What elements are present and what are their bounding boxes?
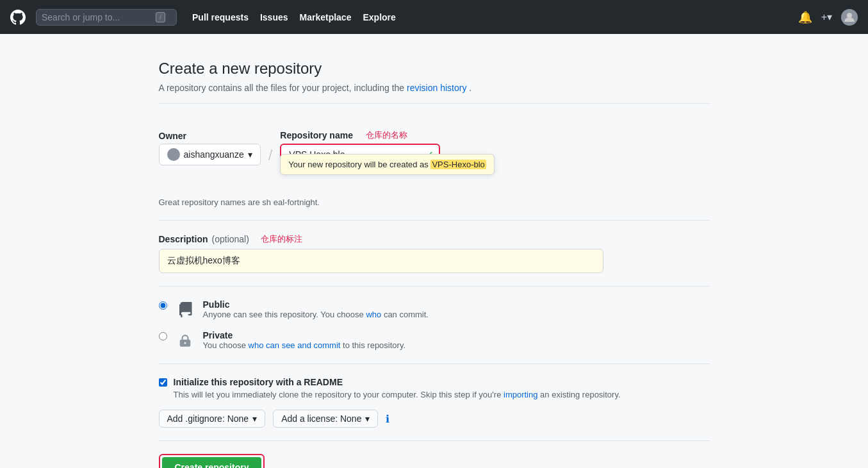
repo-name-annotation: 仓库的名称 bbox=[366, 130, 407, 141]
gitignore-chevron-icon: ▾ bbox=[252, 414, 257, 424]
select-row: Add .gitignore: None ▾ Add a license: No… bbox=[159, 410, 710, 428]
github-logo-icon[interactable] bbox=[10, 10, 26, 25]
navbar-links: Pull requests Issues Marketplace Explore bbox=[192, 12, 396, 22]
form-section: Owner aishangxuanze ▾ / Repository name … bbox=[159, 119, 710, 468]
repo-name-helper: Great repository names are sh eal-fortni… bbox=[159, 197, 710, 207]
description-optional: (optional) bbox=[212, 234, 249, 244]
create-repository-button[interactable]: Create repository bbox=[162, 457, 262, 468]
main-content: Create a new repository A repository con… bbox=[146, 60, 723, 468]
readme-label[interactable]: Initialize this repository with a README bbox=[174, 377, 343, 387]
repo-name-group: Repository name 仓库的名称 ✓ Your new reposit… bbox=[280, 130, 440, 165]
readme-importing-link[interactable]: importing bbox=[504, 390, 537, 399]
public-desc: Anyone can see this repository. You choo… bbox=[203, 310, 429, 319]
svg-point-0 bbox=[847, 13, 852, 18]
page-title: Create a new repository bbox=[159, 60, 710, 78]
repo-name-label: Repository name bbox=[280, 130, 353, 140]
nav-marketplace[interactable]: Marketplace bbox=[300, 12, 352, 22]
owner-select[interactable]: aishangxuanze ▾ bbox=[159, 144, 261, 165]
create-section: Create repository bbox=[159, 440, 710, 468]
visibility-group: Public Anyone can see this repository. Y… bbox=[159, 299, 710, 351]
readme-checkbox-row: Initialize this repository with a README… bbox=[159, 377, 710, 399]
private-radio[interactable] bbox=[159, 332, 167, 340]
gitignore-select[interactable]: Add .gitignore: None ▾ bbox=[159, 410, 266, 428]
owner-repo-row: Owner aishangxuanze ▾ / Repository name … bbox=[159, 130, 710, 165]
public-content: Public Anyone can see this repository. Y… bbox=[203, 299, 429, 319]
readme-checkbox[interactable] bbox=[159, 378, 167, 387]
private-content: Private You choose who can see and commi… bbox=[203, 330, 406, 350]
private-option: Private You choose who can see and commi… bbox=[159, 330, 710, 351]
search-bar[interactable]: / bbox=[36, 9, 177, 26]
description-input[interactable] bbox=[159, 249, 603, 273]
notification-bell-icon[interactable]: 🔔 bbox=[798, 10, 812, 24]
license-label: Add a license: None bbox=[281, 414, 361, 424]
nav-issues[interactable]: Issues bbox=[260, 12, 288, 22]
public-icon bbox=[175, 299, 195, 320]
gitignore-label: Add .gitignore: None bbox=[167, 414, 249, 424]
navbar: / Pull requests Issues Marketplace Explo… bbox=[0, 0, 868, 34]
public-option: Public Anyone can see this repository. Y… bbox=[159, 299, 710, 320]
divider-3 bbox=[159, 364, 710, 364]
description-label: Description bbox=[159, 234, 208, 244]
description-annotation: 仓库的标注 bbox=[261, 233, 302, 245]
divider-1 bbox=[159, 220, 710, 221]
plus-create-button[interactable]: +▾ bbox=[821, 11, 832, 23]
helper-link: eal-fortnight. bbox=[274, 197, 320, 207]
repo-name-tooltip: Your new repository will be created as V… bbox=[280, 154, 494, 175]
public-who-link[interactable]: who bbox=[366, 310, 381, 319]
public-label[interactable]: Public bbox=[203, 299, 429, 310]
nav-explore[interactable]: Explore bbox=[363, 12, 395, 22]
navbar-right: 🔔 +▾ bbox=[798, 9, 858, 26]
license-select[interactable]: Add a license: None ▾ bbox=[273, 410, 378, 428]
page-subtitle: A repository contains all the files for … bbox=[159, 83, 710, 104]
private-desc: You choose who can see and commit to thi… bbox=[203, 340, 406, 350]
search-input[interactable] bbox=[42, 12, 151, 22]
readme-desc: This will let you immediately clone the … bbox=[174, 390, 621, 399]
owner-label: Owner bbox=[159, 131, 261, 141]
description-section: Description (optional) 仓库的标注 bbox=[159, 233, 710, 273]
owner-name: aishangxuanze bbox=[184, 149, 244, 160]
separator-slash: / bbox=[266, 146, 275, 164]
license-chevron-icon: ▾ bbox=[365, 414, 370, 424]
readme-section: Initialize this repository with a README… bbox=[159, 377, 710, 399]
readme-content: Initialize this repository with a README… bbox=[174, 377, 621, 399]
user-avatar[interactable] bbox=[841, 9, 858, 26]
search-kbd-hint: / bbox=[156, 12, 165, 22]
tooltip-highlight: VPS-Hexo-blo bbox=[430, 160, 486, 169]
private-commit-link[interactable]: who can see and commit bbox=[249, 340, 341, 350]
public-radio[interactable] bbox=[159, 301, 167, 310]
info-icon[interactable]: ℹ bbox=[386, 413, 389, 425]
owner-group: Owner aishangxuanze ▾ bbox=[159, 131, 261, 165]
revision-history-link[interactable]: revision history bbox=[407, 83, 466, 93]
create-button-wrapper: Create repository bbox=[159, 454, 265, 468]
private-label[interactable]: Private bbox=[203, 330, 406, 340]
nav-pull-requests[interactable]: Pull requests bbox=[192, 12, 249, 22]
owner-chevron-icon: ▾ bbox=[248, 149, 252, 160]
divider-2 bbox=[159, 286, 710, 287]
private-icon bbox=[175, 330, 195, 351]
owner-avatar-small bbox=[167, 148, 180, 161]
